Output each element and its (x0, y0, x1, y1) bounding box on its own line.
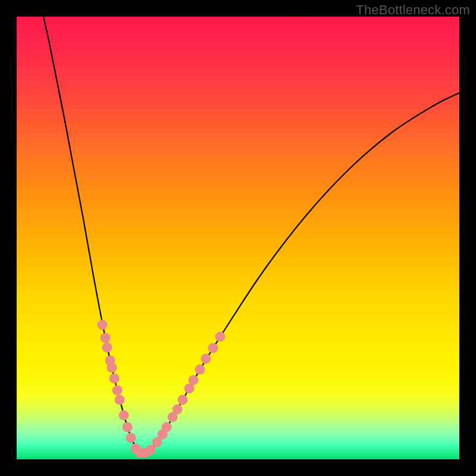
data-dot (173, 405, 183, 415)
data-dot (101, 333, 111, 343)
data-dot (119, 411, 129, 421)
data-dot (195, 365, 205, 375)
data-dot (102, 343, 112, 353)
data-dot (162, 422, 172, 433)
data-dot (109, 374, 120, 384)
data-dot (98, 320, 108, 330)
data-dot (201, 354, 211, 364)
plot-area (17, 17, 459, 459)
data-dot (126, 433, 136, 443)
data-dot (115, 395, 125, 405)
data-dot (123, 422, 133, 433)
data-dot (178, 395, 188, 405)
data-dot (146, 445, 156, 455)
curve-svg (17, 17, 459, 459)
data-dot (208, 343, 218, 353)
data-dots (98, 320, 226, 458)
data-dot (189, 375, 199, 386)
bottleneck-left-branch (43, 17, 139, 454)
data-dot (107, 363, 117, 373)
watermark-label: TheBottleneck.com (356, 2, 470, 18)
data-dot (215, 332, 226, 342)
chart-frame: TheBottleneck.com (0, 0, 476, 476)
data-dot (112, 386, 123, 396)
